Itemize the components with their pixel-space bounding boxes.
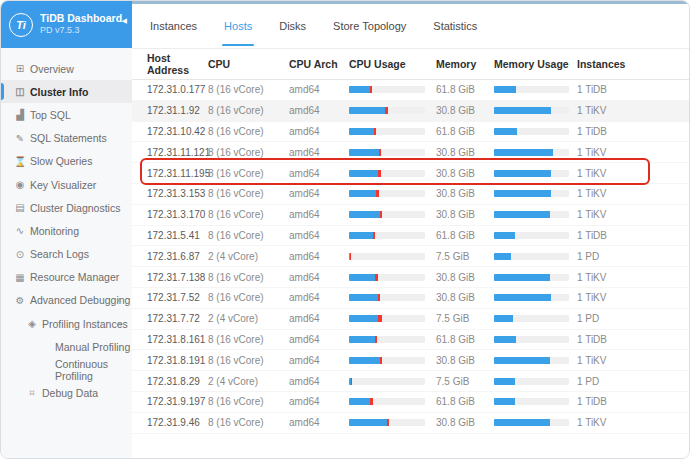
table-row[interactable]: 172.31.5.41 8 (16 vCore) amd64 61.8 GiB … — [132, 226, 689, 247]
table-row[interactable]: 172.31.7.72 2 (4 vCore) amd64 7.5 GiB 1 … — [132, 309, 689, 330]
sidebar-header-text: TiDB Dashboard PD v7.5.3 — [40, 12, 122, 36]
sidebar-item-resource-manager[interactable]: ▦ Resource Manager — [1, 266, 132, 289]
cell-cpu-usage — [349, 190, 436, 197]
cell-instances: 1 TiKV — [577, 417, 689, 428]
table-row[interactable]: 172.31.3.153 8 (16 vCore) amd64 30.8 GiB… — [132, 184, 689, 205]
table-row[interactable]: 172.31.9.197 8 (16 vCore) amd64 61.8 GiB… — [132, 392, 689, 413]
sidebar-item-manual-profiling[interactable]: Manual Profiling — [1, 335, 132, 358]
cpu-usage-bar — [349, 357, 425, 364]
cell-host-address: 172.31.7.72 — [147, 313, 208, 324]
table-row[interactable]: 172.31.7.138 8 (16 vCore) amd64 30.8 GiB… — [132, 267, 689, 288]
tab-instances[interactable]: Instances — [148, 6, 199, 46]
cell-memory-usage — [494, 294, 577, 301]
cpu-usage-fill — [349, 419, 387, 426]
sidebar-item-label: Monitoring — [30, 225, 79, 237]
table-row[interactable]: 172.31.8.29 2 (4 vCore) amd64 7.5 GiB 1 … — [132, 371, 689, 392]
memory-usage-fill — [494, 274, 550, 281]
cell-cpu-arch: amd64 — [289, 292, 349, 303]
cell-cpu-arch: amd64 — [289, 168, 349, 179]
column-header-host-address: Host Address — [147, 52, 208, 76]
cell-instances: 1 TiKV — [577, 292, 689, 303]
cpu-usage-peak — [370, 86, 372, 93]
cell-cpu-usage — [349, 107, 436, 114]
debug-data-icon: ⌗ — [26, 387, 38, 399]
sidebar-item-top-sql[interactable]: ▟ Top SQL — [1, 103, 132, 126]
cell-cpu: 8 (16 vCore) — [208, 396, 289, 407]
table-row[interactable]: 172.31.8.161 8 (16 vCore) amd64 61.8 GiB… — [132, 330, 689, 351]
table-row[interactable]: 172.31.8.191 8 (16 vCore) amd64 30.8 GiB… — [132, 350, 689, 371]
memory-usage-bar — [494, 86, 569, 93]
tab-statistics[interactable]: Statistics — [431, 6, 479, 46]
sidebar-item-sql-statements[interactable]: ✎ SQL Statements — [1, 127, 132, 150]
cell-cpu-arch: amd64 — [289, 355, 349, 366]
memory-usage-bar — [494, 336, 569, 343]
cell-memory: 30.8 GiB — [436, 188, 494, 199]
cell-memory-usage — [494, 170, 577, 177]
memory-usage-fill — [494, 128, 517, 135]
sidebar-item-cluster-info[interactable]: ◫ Cluster Info — [1, 80, 132, 103]
chevron-up-icon[interactable]: ∧ — [117, 296, 122, 304]
cpu-usage-peak — [350, 253, 352, 260]
cpu-usage-bar — [349, 398, 425, 405]
cell-memory-usage — [494, 357, 577, 364]
cpu-usage-fill — [349, 336, 375, 343]
memory-usage-fill — [494, 398, 515, 405]
tab-hosts[interactable]: Hosts — [222, 6, 254, 46]
sidebar-collapse-icon[interactable]: ◀ — [122, 17, 127, 25]
sidebar-item-label: Cluster Diagnostics — [30, 202, 120, 214]
sidebar-item-slow-queries[interactable]: ⌛ Slow Queries — [1, 150, 132, 173]
cell-cpu-usage — [349, 294, 436, 301]
cpu-usage-fill — [349, 274, 375, 281]
table-row[interactable]: 172.31.6.87 2 (4 vCore) amd64 7.5 GiB 1 … — [132, 246, 689, 267]
sidebar-item-profiling-instances[interactable]: ◈ Profiling Instances ∧ — [1, 312, 132, 335]
cell-memory-usage — [494, 274, 577, 281]
sidebar-item-monitoring[interactable]: ∿ Monitoring — [1, 219, 132, 242]
cpu-usage-bar — [349, 149, 425, 156]
table-row[interactable]: 172.31.3.170 8 (16 vCore) amd64 30.8 GiB… — [132, 205, 689, 226]
memory-usage-bar — [494, 419, 569, 426]
table-row[interactable]: 172.31.10.42 8 (16 vCore) amd64 61.8 GiB… — [132, 122, 689, 143]
cell-cpu-arch: amd64 — [289, 417, 349, 428]
table-row[interactable]: 172.31.9.46 8 (16 vCore) amd64 30.8 GiB … — [132, 413, 689, 434]
cell-cpu: 2 (4 vCore) — [208, 251, 289, 262]
cpu-usage-fill — [349, 398, 370, 405]
sidebar-item-label: Search Logs — [30, 248, 89, 260]
cpu-usage-bar — [349, 211, 425, 218]
memory-usage-bar — [494, 315, 569, 322]
table-row[interactable]: 172.31.11.195 8 (16 vCore) amd64 30.8 Gi… — [132, 163, 689, 184]
cell-host-address: 172.31.8.161 — [147, 334, 208, 345]
sidebar-item-label: Key Visualizer — [30, 179, 96, 191]
memory-usage-bar — [494, 274, 569, 281]
sidebar-item-key-visualizer[interactable]: ◉ Key Visualizer — [1, 173, 132, 196]
sidebar-item-search-logs[interactable]: ⊙ Search Logs — [1, 243, 132, 266]
sidebar-item-advanced-debugging[interactable]: ⚙ Advanced Debugging ∧ — [1, 289, 132, 312]
table-row[interactable]: 172.31.7.52 8 (16 vCore) amd64 30.8 GiB … — [132, 288, 689, 309]
cell-cpu-arch: amd64 — [289, 334, 349, 345]
sidebar-item-label: Debug Data — [42, 387, 98, 399]
cell-memory-usage — [494, 232, 577, 239]
cell-cpu-usage — [349, 274, 436, 281]
cell-cpu-arch: amd64 — [289, 230, 349, 241]
cpu-usage-fill — [349, 357, 380, 364]
memory-usage-bar — [494, 107, 569, 114]
cpu-usage-bar — [349, 232, 425, 239]
sidebar-item-overview[interactable]: ⊞ Overview — [1, 57, 132, 80]
table-row[interactable]: 172.31.0.177 8 (16 vCore) amd64 61.8 GiB… — [132, 80, 689, 101]
sidebar-item-continuous-profiling[interactable]: Continuous Profiling — [1, 358, 132, 381]
cell-memory-usage — [494, 190, 577, 197]
cpu-usage-bar — [349, 378, 425, 385]
cpu-usage-peak — [380, 357, 382, 364]
key-visualizer-icon: ◉ — [14, 179, 26, 190]
cell-memory-usage — [494, 107, 577, 114]
cell-memory-usage — [494, 149, 577, 156]
table-row[interactable]: 172.31.1.92 8 (16 vCore) amd64 30.8 GiB … — [132, 101, 689, 122]
cell-cpu: 8 (16 vCore) — [208, 272, 289, 283]
tab-disks[interactable]: Disks — [277, 6, 308, 46]
sidebar-item-debug-data[interactable]: ⌗ Debug Data — [1, 382, 132, 405]
cell-memory-usage — [494, 211, 577, 218]
sidebar-item-cluster-diagnostics[interactable]: ▤ Cluster Diagnostics — [1, 196, 132, 219]
chevron-up-icon[interactable]: ∧ — [117, 320, 122, 328]
tab-store-topology[interactable]: Store Topology — [331, 6, 408, 46]
table-row[interactable]: 172.31.11.121 8 (16 vCore) amd64 30.8 Gi… — [132, 142, 689, 163]
memory-usage-fill — [494, 315, 513, 322]
